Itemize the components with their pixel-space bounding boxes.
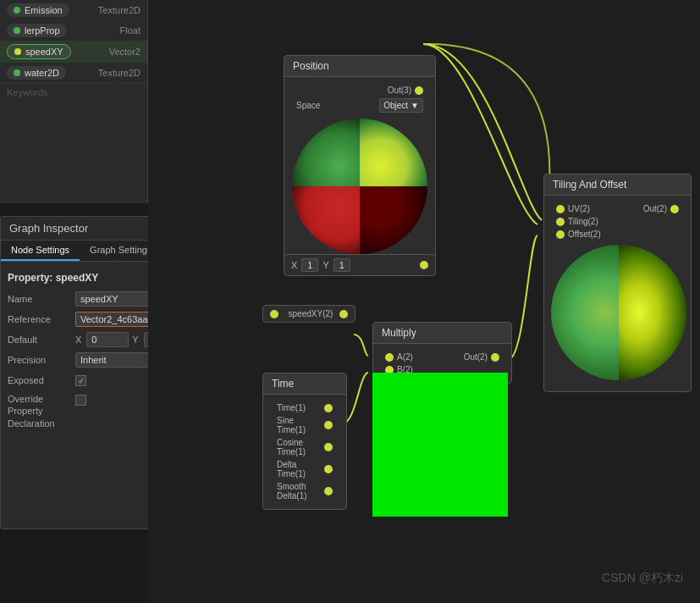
time-out-port-2[interactable] — [324, 443, 333, 451]
water2d-property[interactable]: water2D Texture2D — [0, 63, 147, 83]
position-out-text: Out(3) — [388, 86, 411, 95]
time-node-header: Time — [263, 373, 346, 395]
space-value: Object — [383, 101, 408, 110]
space-chevron-icon: ▼ — [411, 101, 419, 110]
tiling-tiling-group: Tiling(2) — [556, 217, 598, 226]
keywords-bar: Keywords — [0, 83, 147, 101]
speedxy-label: speedXY — [25, 47, 63, 57]
tiling-out-label: Out(2) — [643, 204, 667, 213]
position-node-body: Out(3) Space Object ▼ — [284, 77, 435, 265]
reference-label: Reference — [8, 314, 75, 324]
speedxy-dot — [14, 48, 21, 55]
time-port-time: Time(1) — [270, 401, 339, 414]
sphere-preview — [292, 119, 427, 254]
precision-value: Inherit — [80, 355, 107, 365]
tiling-offset-label: Offset(2) — [568, 230, 601, 239]
canvas-area: Position Out(3) Space Object ▼ — [148, 0, 700, 603]
sphere-quad-bl — [292, 186, 360, 254]
time-port-delta: Delta Time(1) — [270, 458, 339, 480]
position-title: Position — [293, 60, 329, 72]
xy-x-value[interactable]: 1 — [301, 258, 318, 272]
name-label: Name — [8, 294, 75, 304]
time-label-time: Time(1) — [277, 403, 306, 412]
lerpprop-tag[interactable]: lerpProp — [7, 24, 67, 37]
tiling-node: Tiling And Offset UV(2) Out(2) Tiling(2) — [543, 174, 692, 392]
tiling-offset-port[interactable] — [556, 230, 565, 239]
position-out-port[interactable] — [415, 86, 423, 95]
tiling-node-header: Tiling And Offset — [544, 174, 691, 196]
tiling-title: Tiling And Offset — [553, 179, 626, 191]
x-input[interactable] — [86, 332, 129, 347]
time-out-port-0[interactable] — [324, 404, 333, 412]
override-checkbox[interactable] — [75, 395, 86, 406]
default-label: Default — [8, 335, 75, 345]
xy-out-port[interactable] — [420, 261, 428, 269]
time-label-smooth: Smooth Delta(1) — [277, 482, 324, 501]
position-out-port-group: Out(3) — [388, 86, 423, 95]
emission-tag[interactable]: Emission — [7, 3, 69, 17]
time-node: Time Time(1) Sine Time(1) Cosine Time(1)… — [262, 373, 347, 510]
time-port-sine: Sine Time(1) — [270, 414, 339, 436]
exposed-checkbox[interactable]: ✓ — [75, 375, 86, 386]
multiply-a-group: A(2) — [385, 352, 413, 362]
exposed-label: Exposed — [8, 375, 75, 385]
multiply-out-group: Out(2) — [464, 352, 499, 362]
tiling-out-group: Out(2) — [643, 204, 679, 213]
multiply-title: Multiply — [382, 327, 416, 339]
speedxy-out-port[interactable] — [339, 310, 348, 318]
tiling-uv-port[interactable] — [556, 205, 565, 213]
position-space-row: Space Object ▼ — [291, 97, 428, 114]
multiply-out-port[interactable] — [491, 353, 499, 362]
position-node: Position Out(3) Space Object ▼ — [284, 55, 436, 266]
emission-type: Texture2D — [98, 5, 141, 15]
speedxy-property[interactable]: speedXY Vector2 — [0, 41, 147, 63]
time-port-cosine: Cosine Time(1) — [270, 436, 339, 458]
time-out-port-4[interactable] — [324, 487, 333, 495]
position-out-row: Out(3) — [291, 84, 428, 97]
xy-x-label: X — [291, 260, 297, 270]
speedxy-node-label: speedXY(2) — [289, 309, 333, 318]
speedxy-in-port[interactable] — [270, 310, 278, 318]
speedxy-node: speedXY(2) — [262, 305, 356, 323]
emission-property[interactable]: Emission Texture2D — [0, 0, 147, 20]
time-out-port-3[interactable] — [324, 465, 333, 473]
tab-node-settings[interactable]: Node Settings — [1, 241, 80, 261]
tiling-tiling-port[interactable] — [556, 218, 565, 226]
speedxy-node-body: speedXY(2) — [263, 306, 355, 322]
xy-y-label: Y — [322, 260, 328, 270]
water2d-tag[interactable]: water2D — [7, 66, 66, 80]
y-label: Y — [132, 335, 138, 345]
space-select[interactable]: Object ▼ — [379, 98, 423, 113]
sphere-quad-tl — [292, 119, 360, 186]
speedxy-tag[interactable]: speedXY — [7, 44, 71, 59]
tiling-uv-group: UV(2) — [556, 204, 590, 213]
watermark: CSDN @朽木zi — [602, 571, 683, 586]
emission-dot — [14, 7, 20, 14]
tiling-uv-row: UV(2) Out(2) — [551, 202, 684, 215]
override-label: Override Property Declaration — [8, 393, 75, 429]
time-out-port-1[interactable] — [324, 421, 333, 429]
multiply-a-port[interactable] — [385, 353, 394, 362]
position-node-header: Position — [284, 56, 435, 77]
time-label-delta: Delta Time(1) — [277, 460, 324, 479]
water2d-type: Texture2D — [98, 68, 141, 78]
lerpprop-property[interactable]: lerpProp Float — [0, 20, 147, 41]
sphere-quad-br — [360, 186, 427, 254]
tiling-out-port[interactable] — [670, 205, 679, 213]
tiling-offset-group: Offset(2) — [556, 230, 601, 239]
multiply-out-label: Out(2) — [464, 352, 488, 362]
water2d-dot — [14, 69, 20, 76]
xy-y-value[interactable]: 1 — [333, 258, 350, 272]
tiling-tiling-label: Tiling(2) — [568, 217, 598, 226]
properties-panel: Emission Texture2D lerpProp Float speedX… — [0, 0, 148, 203]
tiling-node-body: UV(2) Out(2) Tiling(2) Offset(2) — [544, 196, 691, 391]
green-preview — [372, 373, 508, 517]
multiply-a-row: A(2) Out(2) — [380, 351, 504, 363]
tiling-circle-preview — [551, 245, 686, 380]
keywords-label: Keywords — [7, 87, 47, 97]
tiling-offset-row: Offset(2) — [551, 228, 684, 241]
xy-value-row: X 1 Y 1 — [284, 254, 436, 276]
time-title: Time — [272, 378, 294, 390]
precision-label: Precision — [8, 355, 75, 365]
emission-label: Emission — [25, 5, 63, 15]
